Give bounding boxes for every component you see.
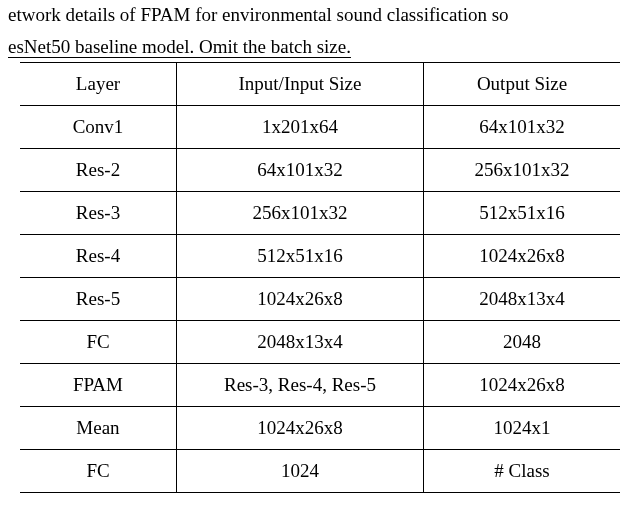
- cell-layer: Conv1: [20, 105, 177, 148]
- cell-layer: Res-5: [20, 277, 177, 320]
- cell-output: 2048: [424, 320, 621, 363]
- table-header-row: Layer Input/Input Size Output Size: [20, 62, 620, 105]
- table-row: Res-2 64x101x32 256x101x32: [20, 148, 620, 191]
- cell-layer: Res-2: [20, 148, 177, 191]
- network-details-table: Layer Input/Input Size Output Size Conv1…: [20, 62, 620, 493]
- cell-output: 1024x26x8: [424, 234, 621, 277]
- table-row: FC 2048x13x4 2048: [20, 320, 620, 363]
- table-caption-line1: etwork details of FPAM for environmental…: [8, 0, 632, 30]
- cell-input: 256x101x32: [177, 191, 424, 234]
- cell-input: 512x51x16: [177, 234, 424, 277]
- cell-output: 1024x26x8: [424, 363, 621, 406]
- header-output: Output Size: [424, 62, 621, 105]
- table-row: Res-3 256x101x32 512x51x16: [20, 191, 620, 234]
- header-input: Input/Input Size: [177, 62, 424, 105]
- header-layer: Layer: [20, 62, 177, 105]
- cell-layer: Res-4: [20, 234, 177, 277]
- cell-input: 64x101x32: [177, 148, 424, 191]
- cell-output: 256x101x32: [424, 148, 621, 191]
- cell-output: 1024x1: [424, 406, 621, 449]
- cell-output: 2048x13x4: [424, 277, 621, 320]
- cell-output: 64x101x32: [424, 105, 621, 148]
- cell-input: Res-3, Res-4, Res-5: [177, 363, 424, 406]
- cell-output: # Class: [424, 449, 621, 492]
- cell-layer: FC: [20, 320, 177, 363]
- table-row: Res-4 512x51x16 1024x26x8: [20, 234, 620, 277]
- cell-input: 2048x13x4: [177, 320, 424, 363]
- table-row: Conv1 1x201x64 64x101x32: [20, 105, 620, 148]
- table-row: FPAM Res-3, Res-4, Res-5 1024x26x8: [20, 363, 620, 406]
- cell-layer: Res-3: [20, 191, 177, 234]
- cell-layer: Mean: [20, 406, 177, 449]
- cell-layer: FC: [20, 449, 177, 492]
- table-row: FC 1024 # Class: [20, 449, 620, 492]
- cell-input: 1024x26x8: [177, 406, 424, 449]
- table-caption-line2: esNet50 baseline model. Omit the batch s…: [8, 32, 632, 62]
- cell-output: 512x51x16: [424, 191, 621, 234]
- table-row: Mean 1024x26x8 1024x1: [20, 406, 620, 449]
- cell-input: 1024x26x8: [177, 277, 424, 320]
- table-row: Res-5 1024x26x8 2048x13x4: [20, 277, 620, 320]
- cell-input: 1x201x64: [177, 105, 424, 148]
- cell-input: 1024: [177, 449, 424, 492]
- cell-layer: FPAM: [20, 363, 177, 406]
